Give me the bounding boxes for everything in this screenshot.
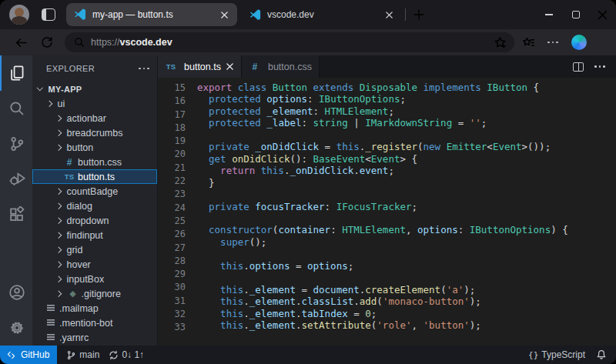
editor-more-icon[interactable] xyxy=(594,65,605,68)
line-number[interactable]: 29 xyxy=(158,268,186,281)
tab-actions-icon[interactable] xyxy=(42,8,55,21)
remote-indicator[interactable]: GitHub xyxy=(0,346,57,364)
tree-item-breadcrumbs[interactable]: breadcrumbs xyxy=(32,125,157,140)
tree-item-mailmap[interactable]: .mailmap xyxy=(32,301,157,316)
sync-indicator[interactable]: 0↓ 1↑ xyxy=(109,349,144,360)
tab-close-icon[interactable] xyxy=(382,8,396,22)
code-line[interactable]: protected _label: string | IMarkdownStri… xyxy=(197,117,616,129)
code-line[interactable]: protected options: IButtonOptions; xyxy=(197,93,616,105)
code-line[interactable]: this._element.tabIndex = 0; xyxy=(197,308,616,319)
code-line[interactable] xyxy=(197,272,616,283)
tree-item-button[interactable]: button xyxy=(32,140,157,155)
line-number[interactable]: 33 xyxy=(158,321,186,334)
code-line[interactable]: return this._onDidClick.event; xyxy=(197,165,616,176)
tree-item-actionbar[interactable]: actionbar xyxy=(32,111,157,125)
tree-item-dialog[interactable]: dialog xyxy=(32,199,157,213)
new-tab-button[interactable] xyxy=(410,6,427,23)
tree-item-dropdown[interactable]: dropdown xyxy=(32,213,157,228)
explorer-more-icon[interactable] xyxy=(139,68,149,70)
code-line[interactable]: private focusTracker: IFocusTracker; xyxy=(197,201,616,212)
code-line[interactable]: protected _element: HTMLElement; xyxy=(197,105,616,117)
line-number[interactable]: 16 xyxy=(158,95,186,108)
address-bar[interactable]: https://vscode.dev xyxy=(65,32,514,52)
code-content[interactable]: export class Button extends Disposable i… xyxy=(186,82,616,346)
activity-explorer-icon[interactable] xyxy=(0,55,32,91)
line-number[interactable]: 21 xyxy=(158,162,186,175)
tree-item-mention-bot[interactable]: .mention-bot xyxy=(32,316,157,330)
activity-source-control-icon[interactable] xyxy=(0,126,32,162)
close-button[interactable] xyxy=(589,0,616,29)
code-line[interactable]: this._element.setAttribute('role', 'butt… xyxy=(197,319,616,331)
tree-item-inputbox[interactable]: inputBox xyxy=(32,272,157,286)
activity-run-debug-icon[interactable] xyxy=(0,162,32,197)
tree-item-gitignore[interactable]: ◆.gitignore xyxy=(32,286,157,301)
code-line[interactable]: } xyxy=(197,177,616,189)
line-number[interactable]: 28 xyxy=(158,255,186,268)
add-favorite-icon[interactable] xyxy=(494,36,507,49)
browser-tab-active[interactable]: my-app — button.ts xyxy=(66,3,237,26)
line-number[interactable]: 23 xyxy=(158,188,186,201)
refresh-button[interactable] xyxy=(37,32,57,52)
tree-item-button.ts[interactable]: TSbutton.ts xyxy=(32,169,157,184)
profile-avatar[interactable] xyxy=(9,5,29,25)
settings-gear-icon[interactable] xyxy=(0,310,32,346)
notifications-bell-icon[interactable] xyxy=(596,349,607,360)
line-number[interactable]: 26 xyxy=(158,228,186,241)
tree-item-label: dialog xyxy=(67,201,92,212)
tree-item-yarnrc[interactable]: .yarnrc xyxy=(32,330,157,345)
tab-title: my-app — button.ts xyxy=(92,9,217,20)
code-line[interactable]: this._element.classList.add('monaco-butt… xyxy=(197,296,616,307)
minimize-button[interactable] xyxy=(535,0,562,29)
split-editor-icon[interactable] xyxy=(573,62,584,72)
line-number-gutter[interactable]: 15161718192021222324252627282930313233 xyxy=(158,82,186,346)
tab-close-icon[interactable] xyxy=(217,8,231,22)
maximize-button[interactable] xyxy=(562,0,589,29)
line-number[interactable]: 19 xyxy=(158,135,186,148)
language-indicator[interactable]: {} TypeScript xyxy=(528,349,585,360)
line-number[interactable]: 31 xyxy=(158,295,186,308)
code-line[interactable] xyxy=(197,248,616,259)
code-line[interactable]: constructor(container: HTMLElement, opti… xyxy=(197,224,616,235)
line-number[interactable]: 25 xyxy=(158,215,186,228)
tree-item-grid[interactable]: grid xyxy=(32,242,157,257)
line-number[interactable]: 24 xyxy=(158,202,186,215)
browser-menu-icon[interactable] xyxy=(547,42,559,44)
tree-item-button.css[interactable]: #button.css xyxy=(32,155,157,169)
editor-tab-button-css[interactable]: # button.css xyxy=(242,55,320,78)
typescript-file-icon: TS xyxy=(165,62,177,71)
tree-item-findinput[interactable]: findinput xyxy=(32,228,157,242)
tree-item-hover[interactable]: hover xyxy=(32,257,157,272)
code-line[interactable]: private _onDidClick = this._register(new… xyxy=(197,141,616,152)
favorites-icon[interactable] xyxy=(522,36,535,49)
code-line[interactable]: export class Button extends Disposable i… xyxy=(197,82,616,93)
code-line[interactable]: this.options = options; xyxy=(197,260,616,272)
tree-item-my-app[interactable]: MY-APP xyxy=(32,82,157,96)
activity-extensions-icon[interactable] xyxy=(0,197,32,232)
tree-item-ui[interactable]: ui xyxy=(32,96,157,111)
line-number[interactable]: 27 xyxy=(158,242,186,255)
code-line[interactable]: super(); xyxy=(197,236,616,248)
line-number[interactable]: 30 xyxy=(158,281,186,294)
code-line[interactable] xyxy=(197,189,616,200)
line-number[interactable]: 22 xyxy=(158,175,186,188)
line-number[interactable]: 20 xyxy=(158,148,186,161)
line-number[interactable]: 15 xyxy=(158,82,186,95)
line-number[interactable]: 18 xyxy=(158,122,186,135)
tree-item-label: .yarnrc xyxy=(59,332,89,343)
back-button[interactable] xyxy=(11,32,31,52)
code-line[interactable]: this._element = document.createElement('… xyxy=(197,284,616,296)
line-number[interactable]: 17 xyxy=(158,109,186,122)
code-editor[interactable]: 15161718192021222324252627282930313233 e… xyxy=(158,78,616,346)
copilot-icon[interactable] xyxy=(571,35,587,50)
account-icon[interactable] xyxy=(0,275,32,310)
branch-indicator[interactable]: main xyxy=(66,349,99,360)
browser-tab-inactive[interactable]: vscode.dev xyxy=(237,8,400,22)
code-line[interactable]: get onDidClick(): BaseEvent<Event> { xyxy=(197,153,616,165)
line-number[interactable]: 32 xyxy=(158,308,186,321)
editor-tab-close-icon[interactable] xyxy=(226,62,234,71)
code-line[interactable] xyxy=(197,129,616,141)
code-line[interactable] xyxy=(197,212,616,224)
tree-item-countbadge[interactable]: countBadge xyxy=(32,184,157,199)
activity-search-icon[interactable] xyxy=(0,91,32,126)
editor-tab-button-ts[interactable]: TS button.ts xyxy=(158,55,242,78)
